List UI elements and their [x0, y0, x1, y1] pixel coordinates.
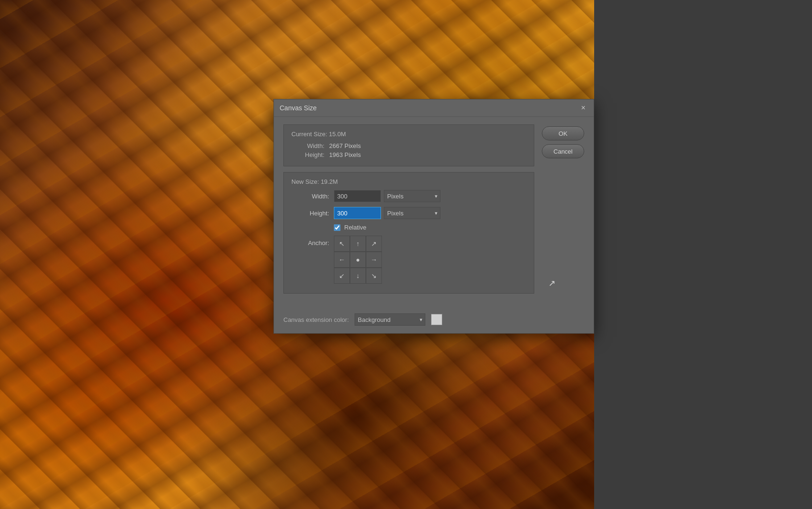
- ext-color-label: Canvas extension color:: [283, 316, 349, 323]
- anchor-center[interactable]: ●: [350, 252, 365, 267]
- new-size-section: New Size: 19.2M Width: Pixels Inches Cen…: [283, 172, 534, 294]
- current-width-value: 2667 Pixels: [329, 142, 361, 149]
- dialog-body: Current Size: 15.0M Width: 2667 Pixels H…: [274, 117, 594, 309]
- new-width-row: Width: Pixels Inches Centimeters Millime…: [291, 190, 526, 202]
- current-width-row: Width: 2667 Pixels: [291, 142, 526, 149]
- height-unit-wrapper: Pixels Inches Centimeters Millimeters Po…: [381, 207, 440, 219]
- dialog-main: Current Size: 15.0M Width: 2667 Pixels H…: [283, 124, 534, 299]
- anchor-bottom-left[interactable]: ↙: [334, 268, 349, 283]
- dialog-title: Canvas Size: [280, 104, 317, 112]
- new-width-label: Width:: [291, 193, 329, 200]
- anchor-middle-right[interactable]: →: [366, 252, 381, 267]
- canvas-size-dialog: Canvas Size × Current Size: 15.0M Width:…: [273, 99, 594, 334]
- relative-row: Relative: [334, 224, 526, 231]
- current-size-section: Current Size: 15.0M Width: 2667 Pixels H…: [283, 124, 534, 166]
- ext-color-select[interactable]: Background Foreground White Black Gray O…: [355, 313, 425, 326]
- ok-button[interactable]: OK: [542, 126, 584, 140]
- new-height-row: Height: Pixels Inches Centimeters Millim…: [291, 207, 526, 219]
- dialog-actions: OK Cancel: [542, 124, 584, 299]
- relative-checkbox[interactable]: [334, 224, 340, 231]
- current-height-row: Height: 1963 Pixels: [291, 151, 526, 158]
- anchor-row: Anchor: ↖ ↑ ↗ ← ● → ↙ ↓ ↘: [291, 236, 526, 284]
- new-size-title: New Size: 19.2M: [291, 178, 526, 185]
- dialog-footer: Canvas extension color: Background Foreg…: [274, 309, 594, 333]
- current-height-value: 1963 Pixels: [329, 151, 361, 158]
- height-input[interactable]: [334, 207, 381, 219]
- anchor-top-left[interactable]: ↖: [334, 236, 349, 251]
- dialog-titlebar: Canvas Size ×: [274, 99, 594, 117]
- color-swatch[interactable]: [431, 314, 442, 325]
- relative-label[interactable]: Relative: [344, 224, 366, 231]
- anchor-top-right[interactable]: ↗: [366, 236, 381, 251]
- anchor-bottom-right[interactable]: ↘: [366, 268, 381, 283]
- right-panel: [594, 0, 812, 509]
- current-width-label: Width:: [291, 142, 324, 149]
- anchor-top-center[interactable]: ↑: [350, 236, 365, 251]
- width-input[interactable]: [334, 190, 381, 202]
- anchor-grid: ↖ ↑ ↗ ← ● → ↙ ↓ ↘: [334, 236, 382, 284]
- height-unit-select[interactable]: Pixels Inches Centimeters Millimeters Po…: [384, 207, 440, 219]
- ext-color-select-wrapper: Background Foreground White Black Gray O…: [355, 313, 425, 326]
- width-unit-select[interactable]: Pixels Inches Centimeters Millimeters Po…: [384, 190, 440, 202]
- width-unit-wrapper: Pixels Inches Centimeters Millimeters Po…: [381, 190, 440, 202]
- current-size-title: Current Size: 15.0M: [291, 131, 526, 138]
- close-button[interactable]: ×: [579, 103, 588, 113]
- current-height-label: Height:: [291, 151, 324, 158]
- anchor-bottom-center[interactable]: ↓: [350, 268, 365, 283]
- anchor-label: Anchor:: [291, 236, 329, 246]
- anchor-middle-left[interactable]: ←: [334, 252, 349, 267]
- new-height-label: Height:: [291, 210, 329, 217]
- cancel-button[interactable]: Cancel: [542, 144, 584, 158]
